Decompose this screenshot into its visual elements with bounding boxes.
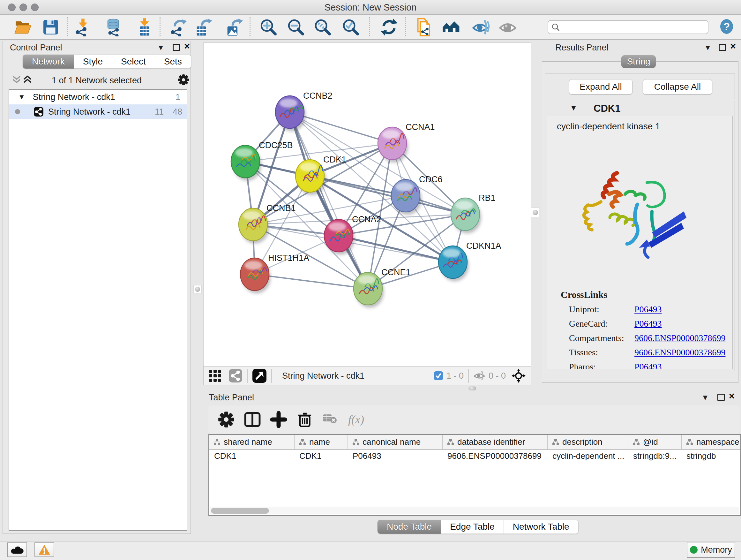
tab-network-table[interactable]: Network Table	[504, 520, 579, 534]
warnings-button[interactable]	[35, 543, 54, 557]
zoom-in-icon[interactable]	[259, 18, 278, 37]
results-panel-title: Results Panel	[555, 43, 609, 53]
crosslink-tissues[interactable]: 9606.ENSP00000378699	[634, 348, 725, 358]
tab-select[interactable]: Select	[112, 55, 155, 69]
search-input[interactable]	[560, 22, 708, 33]
entry-description: cyclin-dependent kinase 1	[557, 121, 732, 132]
string-import-file-icon[interactable]	[415, 18, 433, 37]
network-node-CCNE1[interactable]: CCNE1	[354, 267, 411, 308]
network-node-CCNA2[interactable]: CCNA2	[324, 214, 381, 255]
tab-edge-table[interactable]: Edge Table	[441, 520, 504, 534]
panel-menu-icon[interactable]: ▼	[704, 43, 712, 52]
table-cell[interactable]: CDK1	[294, 449, 347, 462]
table-settings-gear-icon[interactable]	[218, 411, 234, 428]
panel-float-icon[interactable]	[173, 44, 180, 51]
entry-collapse-caret-icon[interactable]: ▼	[570, 104, 577, 112]
column-header-namespace[interactable]: namespace	[681, 435, 740, 449]
network-node-CCNB1[interactable]: CCNB1	[239, 203, 296, 244]
splitter-handle[interactable]	[468, 386, 476, 390]
network-row[interactable]: String Network - cdk1 11 48	[9, 105, 187, 119]
crosslink-uniprot[interactable]: P06493	[634, 304, 662, 314]
delete-column-trash-icon[interactable]	[296, 411, 313, 428]
network-node-HIST1H1A[interactable]: HIST1H1A	[240, 253, 309, 294]
show-columns-icon[interactable]	[244, 411, 261, 428]
string-view-icon[interactable]	[228, 369, 243, 383]
panel-float-icon[interactable]	[718, 394, 725, 401]
tab-node-table[interactable]: Node Table	[378, 520, 441, 534]
table-hscrollbar-thumb[interactable]	[211, 508, 269, 514]
create-column-plus-icon[interactable]	[270, 411, 287, 428]
help-button[interactable]: ?	[720, 19, 733, 34]
table-cell[interactable]: 9606.ENSP00000378699	[442, 449, 547, 462]
table-row[interactable]: CDK1CDK1P064939606.ENSP00000378699cyclin…	[209, 449, 740, 462]
table-cell[interactable]: stringdb:9...	[628, 449, 681, 462]
import-table-icon[interactable]	[135, 18, 154, 37]
export-network-icon[interactable]	[169, 18, 187, 37]
home-icon[interactable]	[442, 18, 461, 37]
expand-all-button[interactable]: Expand All	[569, 79, 632, 95]
export-table-icon[interactable]	[194, 18, 212, 37]
network-node-CDKN1A[interactable]: CDKN1A	[439, 241, 501, 281]
panel-close-icon[interactable]: ×	[729, 393, 735, 399]
table-panel: Table Panel ▼ × f(x) shared namenamecano…	[207, 392, 741, 533]
network-options-gear-icon[interactable]	[178, 74, 189, 85]
column-header-database-identifier[interactable]: database identifier	[442, 435, 547, 449]
table-cell[interactable]: P06493	[347, 449, 442, 462]
tab-network[interactable]: Network	[23, 55, 74, 69]
tab-sets[interactable]: Sets	[155, 55, 191, 69]
column-header-shared-name[interactable]: shared name	[209, 435, 294, 449]
column-header--id[interactable]: @id	[628, 435, 681, 449]
column-header-description[interactable]: description	[547, 435, 628, 449]
results-panel: Results Panel ▼ × String Expand All Coll…	[542, 41, 741, 385]
import-network-from-database-icon[interactable]	[105, 18, 123, 37]
table-cell[interactable]: stringdb	[681, 449, 740, 462]
cloud-button[interactable]	[7, 543, 27, 557]
crosslink-genecard[interactable]: P06493	[634, 319, 662, 329]
selected-checkbox-icon[interactable]	[434, 371, 443, 381]
splitter-handle[interactable]	[531, 207, 539, 217]
node-label: CCNE1	[381, 267, 411, 277]
panel-close-icon[interactable]: ×	[184, 43, 190, 50]
panel-close-icon[interactable]: ×	[730, 43, 736, 50]
delete-table-icon[interactable]	[323, 411, 337, 428]
open-session-icon[interactable]	[14, 18, 32, 37]
tab-string[interactable]: String	[621, 55, 656, 68]
column-header-name[interactable]: name	[294, 435, 347, 449]
hidden-eye-icon[interactable]	[473, 370, 485, 381]
cloud-icon	[10, 545, 24, 555]
column-type-icon	[633, 439, 640, 445]
eye-icon[interactable]	[498, 18, 517, 37]
table-cell[interactable]: cyclin-dependent ...	[547, 449, 628, 462]
memory-status-dot-icon	[690, 546, 697, 554]
network-node-CDC6[interactable]: CDC6	[391, 175, 443, 215]
splitter-handle[interactable]	[193, 285, 202, 294]
crosslink-pharos[interactable]: P06493	[634, 362, 662, 369]
import-network-icon[interactable]	[74, 18, 92, 37]
zoom-fit-icon[interactable]	[313, 18, 332, 37]
tab-style[interactable]: Style	[74, 55, 112, 69]
collection-caret-icon[interactable]: ▼	[18, 93, 25, 101]
column-type-icon	[299, 439, 306, 445]
refresh-icon[interactable]	[380, 18, 398, 37]
panel-menu-icon[interactable]: ▼	[157, 43, 165, 52]
pan-crosshair-icon[interactable]	[512, 369, 526, 383]
zoom-out-icon[interactable]	[286, 18, 305, 37]
grid-view-icon[interactable]	[209, 369, 221, 382]
network-node-RB1[interactable]: RB1	[451, 193, 495, 233]
network-canvas[interactable]: CCNB2CCNA1CDC25BCDK1CDC6RB1CCNB1CCNA2CDK…	[203, 43, 531, 367]
table-cell[interactable]: CDK1	[209, 449, 294, 462]
birds-eye-view-icon[interactable]	[252, 368, 267, 383]
panel-menu-icon[interactable]: ▼	[701, 393, 709, 402]
show-hide-panel-icon[interactable]	[472, 18, 490, 37]
entry-gene-name: CDK1	[594, 103, 620, 114]
collapse-all-button[interactable]: Collapse All	[643, 79, 712, 95]
network-collection-row[interactable]: ▼ String Network - cdk1 1	[9, 90, 187, 105]
panel-float-icon[interactable]	[719, 44, 726, 51]
crosslink-compartments[interactable]: 9606.ENSP00000378699	[634, 333, 725, 343]
column-header-canonical-name[interactable]: canonical name	[347, 435, 442, 449]
export-image-icon[interactable]	[224, 18, 243, 37]
zoom-selected-icon[interactable]	[341, 18, 360, 37]
node-table: shared namenamecanonical namedatabase id…	[208, 434, 741, 516]
save-session-icon[interactable]	[42, 18, 60, 37]
memory-button[interactable]: Memory	[687, 542, 735, 558]
